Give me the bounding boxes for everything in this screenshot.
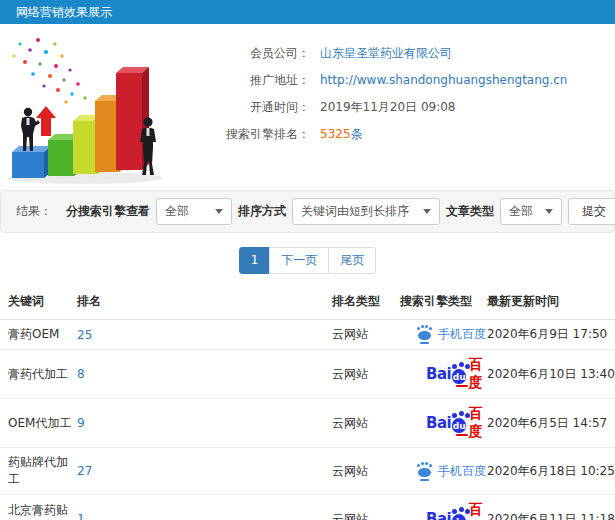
baidu-paw-icon: du	[452, 418, 466, 433]
keyword-cell: 膏药OEM	[0, 320, 77, 350]
baidu-logo-name: 百度	[468, 356, 488, 392]
open-time-value: 2019年11月20日 09:08	[320, 94, 455, 121]
update-time-cell: 2020年6月18日 10:25	[487, 448, 615, 495]
baidu-logo-bai: Bai	[426, 365, 451, 383]
filter-bar: 结果： 分搜索引擎查看 全部 排序方式 关键词由短到长排序 文章类型 全部 提交	[0, 190, 615, 233]
baidu-logo: Baidu百度	[426, 405, 488, 441]
rank-type-cell: 云网站	[332, 399, 400, 448]
table-row: 药贴牌代加工 27 云网站 手机百度 2020年6月18日 10:25	[0, 448, 615, 495]
rank-count-unit: 条	[351, 127, 363, 141]
submit-button[interactable]: 提交	[568, 198, 615, 225]
rank-type-cell: 云网站	[332, 350, 400, 399]
info-row-rank-count: 搜索引擎排名： 5325条	[190, 121, 567, 148]
engine-filter-select[interactable]: 全部	[156, 198, 232, 225]
table-header-row: 关键词 排名 排名类型 搜索引擎类型 最新更新时间	[0, 284, 615, 320]
baidu-logo-name: 百度	[468, 405, 488, 441]
table-row: 北京膏药贴牌 1 云网站 Baidu百度 2020年6月11日 11:18	[0, 495, 615, 520]
result-label: 结果：	[16, 203, 52, 220]
sort-filter-label: 排序方式	[238, 203, 286, 220]
update-time-cell: 2020年6月9日 17:50	[487, 320, 615, 350]
baidu-logo-bai: Bai	[426, 510, 451, 520]
rank-type-cell: 云网站	[332, 448, 400, 495]
company-info-list: 会员公司： 山东皇圣堂药业有限公司 推广地址： http://www.shand…	[190, 36, 567, 188]
col-update-time: 最新更新时间	[487, 284, 615, 320]
mobile-baidu-badge: 手机百度	[418, 463, 486, 480]
page-title: 网络营销效果展示	[16, 4, 112, 21]
mobile-baidu-badge: 手机百度	[418, 326, 486, 343]
keyword-cell: OEM代加工	[0, 399, 77, 448]
keyword-cell: 北京膏药贴牌	[0, 495, 77, 520]
rank-link[interactable]: 25	[77, 328, 92, 342]
article-type-value: 全部	[509, 203, 535, 220]
bar-chart-image-icon	[0, 36, 190, 186]
rank-link[interactable]: 1	[77, 512, 85, 520]
baidu-logo: Baidu百度	[426, 356, 488, 392]
rank-type-cell: 云网站	[332, 320, 400, 350]
engine-label: 手机百度	[438, 326, 486, 343]
table-row: 膏药OEM 25 云网站 手机百度 2020年6月9日 17:50	[0, 320, 615, 350]
baidu-paw-icon	[418, 331, 431, 340]
update-time-cell: 2020年6月10日 13:40	[487, 350, 615, 399]
sort-filter-value: 关键词由短到长排序	[301, 203, 413, 220]
article-type-label: 文章类型	[446, 203, 494, 220]
table-row: 膏药代加工 8 云网站 Baidu百度 2020年6月10日 13:40	[0, 350, 615, 399]
titlebar: 网络营销效果展示	[0, 0, 615, 24]
keyword-cell: 膏药代加工	[0, 350, 77, 399]
pagination: 1 下一页 尾页	[0, 247, 615, 274]
baidu-paw-icon: du	[452, 369, 466, 384]
engine-filter-value: 全部	[165, 203, 205, 220]
rank-type-cell: 云网站	[332, 495, 400, 520]
promo-url-label: 推广地址：	[190, 67, 310, 94]
baidu-paw-icon: du	[452, 514, 466, 520]
rank-count-label: 搜索引擎排名：	[190, 121, 310, 148]
update-time-cell: 2020年6月11日 11:18	[487, 495, 615, 520]
company-info-section: 会员公司： 山东皇圣堂药业有限公司 推广地址： http://www.shand…	[0, 24, 615, 188]
chevron-down-icon	[423, 209, 431, 214]
engine-label: 手机百度	[438, 463, 486, 480]
rank-link[interactable]: 9	[77, 416, 85, 430]
page-1-button[interactable]: 1	[239, 247, 271, 274]
filter-controls: 分搜索引擎查看 全部 排序方式 关键词由短到长排序 文章类型 全部 提交	[60, 198, 614, 225]
col-rank: 排名	[77, 284, 332, 320]
last-page-button[interactable]: 尾页	[328, 247, 376, 274]
chevron-down-icon	[215, 209, 223, 214]
update-time-cell: 2020年6月5日 14:57	[487, 399, 615, 448]
baidu-logo-name: 百度	[468, 501, 488, 520]
chevron-down-icon	[545, 209, 553, 214]
company-label: 会员公司：	[190, 40, 310, 67]
open-time-label: 开通时间：	[190, 94, 310, 121]
baidu-logo-bai: Bai	[426, 414, 451, 432]
company-link[interactable]: 山东皇圣堂药业有限公司	[320, 40, 452, 67]
col-engine-type: 搜索引擎类型	[400, 284, 487, 320]
next-page-button[interactable]: 下一页	[269, 247, 329, 274]
table-row: OEM代加工 9 云网站 Baidu百度 2020年6月5日 14:57	[0, 399, 615, 448]
rank-count-value: 5325条	[320, 121, 363, 148]
info-row-company: 会员公司： 山东皇圣堂药业有限公司	[190, 40, 567, 67]
col-keyword: 关键词	[0, 284, 77, 320]
baidu-logo: Baidu百度	[426, 501, 488, 520]
sort-filter-select[interactable]: 关键词由短到长排序	[292, 198, 440, 225]
promo-url-link[interactable]: http://www.shandonghuangshengtang.cn	[320, 67, 567, 94]
baidu-paw-icon	[418, 468, 431, 477]
article-type-select[interactable]: 全部	[500, 198, 562, 225]
rank-link[interactable]: 8	[77, 367, 85, 381]
results-table: 关键词 排名 排名类型 搜索引擎类型 最新更新时间 膏药OEM 25 云网站 手…	[0, 284, 615, 520]
marketing-growth-illustration	[0, 36, 190, 186]
engine-filter-label: 分搜索引擎查看	[66, 203, 150, 220]
info-row-open-time: 开通时间： 2019年11月20日 09:08	[190, 94, 567, 121]
info-row-url: 推广地址： http://www.shandonghuangshengtang.…	[190, 67, 567, 94]
keyword-cell: 药贴牌代加工	[0, 448, 77, 495]
col-rank-type: 排名类型	[332, 284, 400, 320]
rank-link[interactable]: 27	[77, 464, 92, 478]
rank-count-number: 5325	[320, 127, 351, 141]
